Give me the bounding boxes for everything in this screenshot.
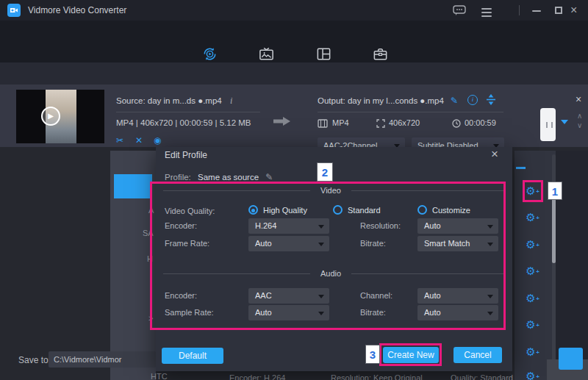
dropdown-caret-icon	[487, 295, 493, 301]
move-up-icon[interactable]: ∧	[577, 112, 582, 120]
remove-file-icon[interactable]: ×	[576, 93, 581, 105]
enhance-tool-icon[interactable]: ◉	[154, 135, 161, 146]
app-title: Vidmore Video Converter	[28, 5, 126, 15]
audio-encoder-label: Encoder:	[165, 291, 197, 300]
file-row[interactable]: ▶ Source: day in m...ds ●.mp4 i MP4 | 40…	[0, 85, 588, 147]
radio-unselected-icon	[333, 205, 343, 215]
radio-customize[interactable]: Customize	[417, 205, 470, 215]
frame-rate-dropdown[interactable]: Auto	[248, 236, 329, 251]
save-to-path-input[interactable]: C:\Vidmore\Vidmor	[49, 351, 156, 368]
audio-bitrate-dropdown[interactable]: Auto	[417, 305, 498, 320]
video-encoder-label: Encoder:	[165, 221, 197, 230]
audio-encoder-dropdown[interactable]: AAC	[248, 288, 329, 304]
sample-rate-dropdown[interactable]: Auto	[248, 305, 329, 320]
format-panel-text-fragment: A	[148, 206, 154, 215]
channel-dropdown[interactable]: Auto	[417, 288, 498, 304]
convert-arrow-icon	[273, 116, 291, 129]
dropdown-caret-icon	[487, 225, 493, 232]
annotation-step-1: 1	[548, 182, 562, 200]
channel-label: Channel:	[360, 291, 392, 300]
profile-gear-icon[interactable]: ⚙+	[523, 318, 539, 331]
dialog-title: Edit Profile	[165, 150, 207, 160]
sample-rate-label: Sample Rate:	[165, 308, 214, 317]
maximize-button[interactable]	[555, 7, 562, 14]
duration-clock-icon	[452, 118, 461, 131]
output-divider	[318, 112, 503, 112]
profile-gear-icon[interactable]: ⚙+	[523, 370, 539, 380]
resolution-dropdown[interactable]: Auto	[417, 218, 498, 234]
output-filename: Output: day in my l...conds ●.mp4 ✎	[318, 96, 458, 106]
dropdown-caret-icon	[318, 295, 324, 301]
sidebar-accent-fragment	[516, 167, 526, 169]
audio-bitrate-label: Bitrate:	[360, 308, 386, 317]
profile-gear-icon[interactable]: ⚙+	[523, 345, 539, 359]
resolution-label: Resolution:	[360, 221, 401, 230]
merge-icon[interactable]	[486, 94, 496, 108]
row2-resolution-fragment: Resolution: Keep Original	[331, 373, 423, 380]
sidebar-scrollbar-thumb[interactable]	[552, 196, 556, 263]
create-new-button[interactable]: Create New	[383, 347, 439, 363]
source-filename: Source: day in m...ds ●.mp4 i	[116, 96, 232, 107]
minimize-button[interactable]	[532, 10, 541, 12]
profile-gear-icon[interactable]: ⚙+	[523, 265, 539, 278]
converter-toolbar: + Add Files Converting Converted Convert…	[0, 62, 588, 85]
play-preview-icon[interactable]: ▶	[41, 107, 60, 126]
video-section-title: Video	[309, 186, 353, 195]
output-duration: 00:00:59	[465, 118, 496, 127]
cancel-button[interactable]: Cancel	[453, 347, 502, 363]
output-format: MP4	[332, 118, 349, 127]
menu-icon[interactable]	[481, 6, 492, 19]
close-button[interactable]: ×	[570, 4, 577, 17]
corner-button-fragment	[559, 348, 583, 370]
format-panel-text-fragment: >	[148, 314, 153, 323]
video-encoder-dropdown[interactable]: H.264	[248, 218, 329, 234]
frame-rate-label: Frame Rate:	[165, 239, 209, 248]
default-button[interactable]: Default	[162, 348, 223, 364]
main-nav: Converter MV Collage Toolbox	[0, 21, 588, 62]
audio-section-title: Audio	[309, 269, 353, 278]
video-thumbnail[interactable]	[16, 90, 104, 143]
video-section-line	[163, 190, 310, 191]
radio-high-quality[interactable]: High Quality	[248, 205, 307, 215]
radio-unselected-icon	[417, 205, 427, 215]
profile-value: Same as source	[198, 173, 259, 182]
source-divider	[116, 112, 260, 112]
move-down-icon[interactable]: ∨	[577, 121, 582, 129]
video-bitrate-label: Bitrate:	[360, 239, 386, 248]
profile-gear-icon[interactable]: ⚙+	[523, 184, 539, 198]
video-section-line	[351, 190, 504, 191]
profile-label: Profile:	[165, 173, 191, 182]
radio-standard[interactable]: Standard	[333, 205, 381, 215]
titlebar-separator	[519, 5, 520, 15]
video-quality-label: Video Quality:	[165, 207, 215, 215]
profile-row: Profile: Same as source ✎	[165, 172, 273, 182]
app-logo-icon	[7, 4, 21, 17]
profile-gear-icon[interactable]: ⚙+	[523, 292, 539, 305]
format-panel-text-fragment: H	[147, 254, 153, 263]
dialog-close-icon[interactable]: ×	[491, 147, 498, 162]
device-profile-icon[interactable]	[540, 108, 556, 141]
resolution-icon	[376, 118, 385, 131]
feedback-icon[interactable]	[453, 5, 466, 19]
row2-encoder-fragment: Encoder: H.264	[229, 373, 285, 380]
dropdown-caret-icon	[487, 312, 493, 318]
title-bar: Vidmore Video Converter ×	[0, 0, 588, 21]
annotation-step-2: 2	[317, 162, 333, 182]
profile-edit-icon[interactable]: ✎	[265, 172, 273, 182]
rename-output-icon[interactable]: ✎	[451, 96, 458, 106]
output-info-icon[interactable]: i	[467, 95, 478, 105]
dropdown-caret-icon	[318, 225, 324, 232]
profile-select-caret-icon[interactable]	[561, 120, 568, 128]
output-resolution: 406x720	[389, 118, 420, 127]
dropdown-caret-icon	[318, 312, 324, 318]
profile-gear-icon[interactable]: ⚙+	[523, 238, 539, 251]
source-info-icon[interactable]: i	[230, 96, 232, 106]
radio-selected-icon	[248, 205, 258, 215]
profile-gear-icon[interactable]: ⚙+	[523, 211, 539, 224]
edit-tool-icon[interactable]: ✂	[116, 135, 123, 146]
row2-name-fragment: HTC	[151, 372, 168, 380]
audio-section-line	[163, 273, 310, 274]
cut-tool-icon[interactable]: ✕	[135, 135, 143, 146]
video-bitrate-dropdown[interactable]: Smart Match	[417, 236, 498, 251]
save-to-label: Save to:	[18, 355, 51, 365]
